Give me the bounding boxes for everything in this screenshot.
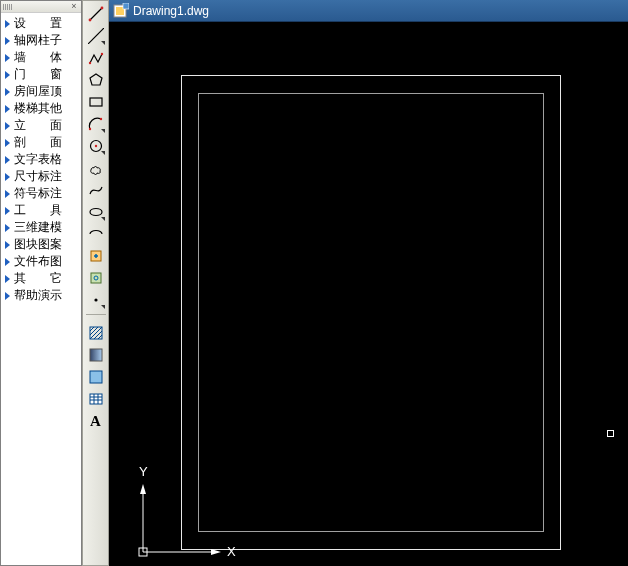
svg-line-0 [90,8,102,20]
construction-line-tool[interactable] [85,25,107,47]
drawing-area: Drawing1.dwg Y X [109,0,628,566]
arc-tool[interactable] [85,113,107,135]
insert-block-tool[interactable] [85,245,107,267]
menu-item-8[interactable]: 文字表格 [1,151,81,168]
menu-tree: 设 置轴网柱子墙 体门 窗房间屋顶楼梯其他立 面剖 面文字表格尺寸标注符号标注工… [1,13,81,306]
gradient-tool[interactable] [85,344,107,366]
svg-line-21 [94,331,102,339]
menu-item-label: 文字表格 [14,151,62,168]
svg-line-22 [98,335,102,339]
menu-item-label: 轴网柱子 [14,32,62,49]
svg-rect-7 [90,98,102,106]
chevron-right-icon [5,88,10,96]
polyline-tool[interactable] [85,47,107,69]
svg-point-2 [100,7,103,10]
svg-rect-14 [91,273,101,283]
hatch-tool[interactable] [85,322,107,344]
drawing-titlebar[interactable]: Drawing1.dwg [109,0,628,22]
point-tool[interactable] [85,289,107,311]
menu-item-15[interactable]: 其 它 [1,270,81,287]
menu-item-label: 门 窗 [14,66,62,83]
chevron-right-icon [5,54,10,62]
menu-item-label: 立 面 [14,117,62,134]
toolbar-separator [86,314,106,315]
menu-item-label: 文件布图 [14,253,62,270]
menu-item-16[interactable]: 帮助演示 [1,287,81,304]
chevron-right-icon [5,105,10,113]
menu-item-7[interactable]: 剖 面 [1,134,81,151]
chevron-right-icon [5,241,10,249]
svg-point-9 [99,118,101,120]
menu-item-label: 楼梯其他 [14,100,62,117]
svg-point-1 [88,19,91,22]
svg-rect-25 [90,394,102,404]
drawing-canvas[interactable]: Y X [109,22,628,566]
inner-frame-rect [198,93,544,532]
chevron-right-icon [5,258,10,266]
chevron-right-icon [5,224,10,232]
menu-item-3[interactable]: 门 窗 [1,66,81,83]
menu-item-2[interactable]: 墙 体 [1,49,81,66]
menu-item-label: 帮助演示 [14,287,62,304]
menu-item-12[interactable]: 三维建模 [1,219,81,236]
make-block-tool[interactable] [85,267,107,289]
menu-item-10[interactable]: 符号标注 [1,185,81,202]
left-menu-panel: × 设 置轴网柱子墙 体门 窗房间屋顶楼梯其他立 面剖 面文字表格尺寸标注符号标… [0,0,82,566]
chevron-right-icon [5,37,10,45]
chevron-right-icon [5,122,10,130]
spline-tool[interactable] [85,179,107,201]
draw-toolbar: A [82,0,109,566]
menu-item-label: 图块图案 [14,236,62,253]
menu-item-label: 墙 体 [14,49,62,66]
svg-point-11 [94,145,96,147]
revision-cloud-tool[interactable] [85,157,107,179]
chevron-right-icon [5,139,10,147]
menu-panel-header[interactable]: × [1,1,81,13]
svg-marker-36 [211,549,221,555]
menu-item-13[interactable]: 图块图案 [1,236,81,253]
menu-item-label: 剖 面 [14,134,62,151]
table-tool[interactable] [85,388,107,410]
ucs-x-label: X [227,544,236,559]
svg-point-8 [88,128,90,130]
menu-item-0[interactable]: 设 置 [1,15,81,32]
svg-point-12 [90,209,102,216]
menu-item-label: 三维建模 [14,219,62,236]
svg-point-4 [88,62,90,64]
chevron-right-icon [5,207,10,215]
drawing-title: Drawing1.dwg [133,4,209,18]
menu-item-4[interactable]: 房间屋顶 [1,83,81,100]
ucs-icon: Y X [123,460,243,560]
menu-item-label: 其 它 [14,270,62,287]
ucs-y-label: Y [139,464,148,479]
region-tool[interactable] [85,366,107,388]
menu-item-label: 设 置 [14,15,62,32]
dwg-file-icon [113,3,129,19]
svg-line-19 [90,327,98,335]
menu-item-1[interactable]: 轴网柱子 [1,32,81,49]
menu-item-label: 符号标注 [14,185,62,202]
selection-marker [607,430,614,437]
chevron-right-icon [5,173,10,181]
ellipse-arc-tool[interactable] [85,223,107,245]
close-icon[interactable]: × [69,2,79,12]
svg-marker-34 [140,484,146,494]
chevron-right-icon [5,156,10,164]
polygon-tool[interactable] [85,69,107,91]
menu-item-6[interactable]: 立 面 [1,117,81,134]
panel-grip-icon[interactable] [3,4,12,10]
rectangle-tool[interactable] [85,91,107,113]
line-tool[interactable] [85,3,107,25]
svg-rect-24 [90,371,102,383]
chevron-right-icon [5,275,10,283]
menu-item-14[interactable]: 文件布图 [1,253,81,270]
svg-rect-32 [123,3,129,9]
text-tool[interactable]: A [85,410,107,432]
svg-marker-6 [90,74,102,85]
circle-tool[interactable] [85,135,107,157]
chevron-right-icon [5,71,10,79]
menu-item-5[interactable]: 楼梯其他 [1,100,81,117]
ellipse-tool[interactable] [85,201,107,223]
menu-item-11[interactable]: 工 具 [1,202,81,219]
menu-item-9[interactable]: 尺寸标注 [1,168,81,185]
